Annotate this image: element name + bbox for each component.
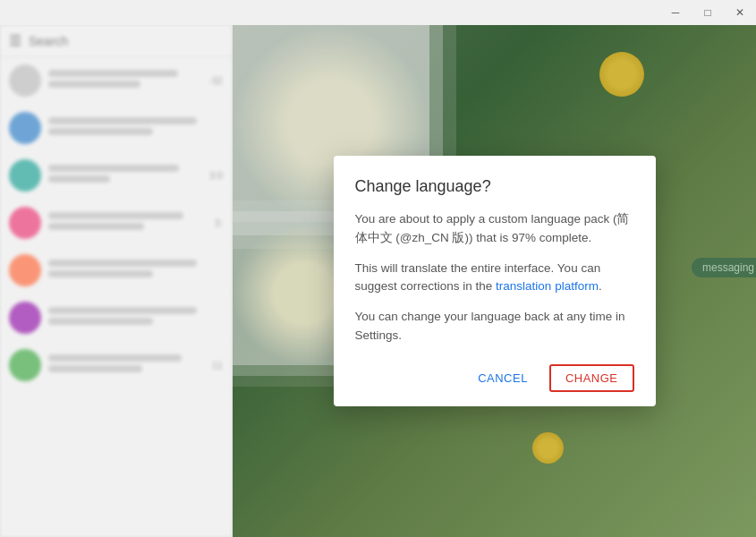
item-text <box>48 117 223 139</box>
sidebar: ☰ -32 3:0 <box>0 25 233 537</box>
item-line <box>48 318 153 325</box>
list-item <box>0 105 232 152</box>
list-item: 3: <box>0 200 232 247</box>
dialog-section-3: You can change your language back at any… <box>355 308 634 345</box>
item-text <box>48 260 223 281</box>
translation-platform-link[interactable]: translation platform <box>496 279 599 293</box>
list-item: 3:0 <box>0 152 232 200</box>
dialog-title: Change language? <box>355 177 634 196</box>
badge: -32 <box>208 75 223 86</box>
dialog-paragraph-3: You can change your language back at any… <box>355 308 634 345</box>
list-item <box>0 247 232 294</box>
item-line <box>48 212 183 219</box>
item-text <box>48 354 205 376</box>
close-button[interactable]: ✕ <box>724 0 756 25</box>
main-area: ☰ -32 3:0 <box>0 25 756 537</box>
badge: 11 <box>212 360 223 371</box>
search-bar[interactable]: ☰ <box>0 25 232 57</box>
menu-icon[interactable]: ☰ <box>9 32 21 49</box>
change-button[interactable]: CHANGE <box>549 364 634 392</box>
item-line <box>48 365 142 372</box>
avatar <box>9 349 41 381</box>
modal-overlay: Change language? You are about to apply … <box>233 25 756 537</box>
dialog-paragraph-2: This will translate the entire interface… <box>355 260 634 296</box>
item-line <box>48 307 197 314</box>
avatar <box>9 64 41 97</box>
dialog-section-1: You are about to apply a custom language… <box>355 210 634 247</box>
paragraph2-suffix: . <box>599 279 602 293</box>
item-text <box>48 307 223 328</box>
avatar <box>9 207 41 239</box>
minimize-button[interactable]: ─ <box>659 0 692 25</box>
avatar <box>9 159 41 192</box>
item-line <box>48 165 179 172</box>
item-text <box>48 165 202 186</box>
badge: 3: <box>215 217 223 228</box>
dialog-actions: CANCEL CHANGE <box>355 357 634 392</box>
avatar <box>9 254 41 286</box>
item-line <box>48 260 197 267</box>
dialog-section-2: This will translate the entire interface… <box>355 260 634 296</box>
item-line <box>48 117 197 124</box>
title-bar: ─ □ ✕ <box>0 0 756 25</box>
list-item <box>0 294 232 342</box>
list-item: -32 <box>0 57 232 105</box>
item-text <box>48 212 208 234</box>
search-input[interactable] <box>29 34 223 48</box>
item-text <box>48 70 201 91</box>
item-line <box>48 223 144 230</box>
item-line <box>48 128 153 135</box>
item-line <box>48 70 178 77</box>
item-line <box>48 175 110 183</box>
avatar <box>9 302 41 334</box>
list-item: 11 <box>0 342 232 389</box>
item-line <box>48 354 182 362</box>
avatar <box>9 112 41 144</box>
badge: 3:0 <box>209 170 223 181</box>
maximize-button[interactable]: □ <box>692 0 724 25</box>
dialog-paragraph-1: You are about to apply a custom language… <box>355 210 634 247</box>
change-language-dialog: Change language? You are about to apply … <box>334 156 656 406</box>
background-area: messaging Change language? You are about… <box>233 25 756 537</box>
item-line <box>48 270 153 277</box>
item-line <box>48 81 140 88</box>
cancel-button[interactable]: CANCEL <box>463 364 542 392</box>
